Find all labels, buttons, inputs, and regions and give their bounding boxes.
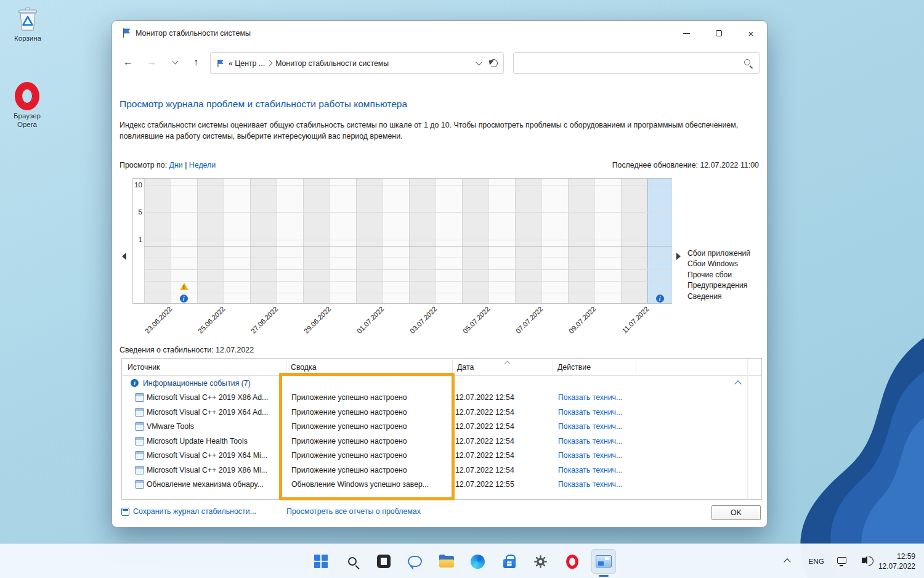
forward-button[interactable]: → [142, 53, 161, 71]
table-row[interactable]: Microsoft Update Health ToolsПриложение … [122, 434, 761, 449]
taskbar-active-app-button[interactable] [591, 549, 616, 574]
opera-icon [566, 555, 578, 569]
chart-x-label: 23.06.2022 [133, 305, 173, 345]
action-link[interactable]: Показать технич... [558, 437, 622, 446]
chart-x-label: 07.07.2022 [504, 305, 544, 345]
chart-scroll-right-button[interactable] [676, 253, 681, 260]
maximize-button[interactable] [705, 21, 733, 46]
application-icon [135, 437, 144, 446]
info-marker-icon[interactable]: i [656, 295, 664, 303]
history-dropdown-icon[interactable] [165, 53, 185, 71]
active-app-icon [596, 555, 612, 568]
taskbar-search-button[interactable] [340, 549, 365, 574]
network-icon[interactable] [837, 557, 846, 564]
chart-plot[interactable]: ii [144, 179, 672, 303]
desktop-icon-recycle-bin[interactable]: Корзина [4, 4, 52, 43]
taskbar-edge-button[interactable] [466, 549, 490, 574]
search-icon[interactable] [744, 59, 750, 65]
warning-marker-icon[interactable] [180, 283, 188, 290]
stability-chart[interactable]: 1051 ii [132, 178, 672, 304]
chart-legend-item: Сведения [687, 291, 750, 302]
refresh-icon[interactable] [490, 59, 498, 67]
minimize-button[interactable] [672, 21, 700, 46]
close-button[interactable]: × [737, 21, 765, 46]
table-row[interactable]: Microsoft Visual C++ 2019 X64 Mi...Прило… [122, 449, 761, 463]
application-icon [135, 408, 144, 417]
store-icon [503, 559, 516, 568]
breadcrumb[interactable]: « Центр ... Монитор стабильности системы [210, 52, 504, 74]
info-marker-icon[interactable]: i [180, 295, 188, 303]
tray-time: 12:59 [878, 552, 915, 561]
cell-date: 12.07.2022 12:55 [455, 480, 514, 489]
back-button[interactable]: ← [118, 53, 138, 71]
table-row[interactable]: Обновление механизма обнару...Обновление… [122, 478, 761, 492]
language-indicator[interactable]: ENG [808, 557, 824, 566]
chart-scroll-left-button[interactable] [122, 253, 126, 260]
cell-source: Microsoft Visual C++ 2019 X86 Mi... [147, 466, 267, 474]
taskbar-settings-button[interactable] [529, 549, 553, 574]
group-row-informational-events[interactable]: i Информационные события (7) [122, 376, 761, 391]
save-icon [121, 508, 129, 516]
action-link[interactable]: Показать технич... [558, 393, 622, 402]
cell-date: 12.07.2022 12:54 [455, 466, 514, 474]
action-link[interactable]: Показать технич... [558, 466, 622, 474]
table-row[interactable]: Microsoft Visual C++ 2019 X86 Mi...Прило… [122, 463, 761, 478]
chart-legend-item: Сбои приложений [687, 248, 750, 259]
chart-x-label: 11.07.2022 [610, 305, 650, 345]
column-header[interactable]: Источник [128, 363, 160, 372]
cell-summary: Обновление Windows успешно завер... [291, 480, 429, 489]
chart-y-tick: 10 [133, 181, 142, 189]
table-row[interactable]: VMware ToolsПриложение успешно настроено… [122, 420, 761, 434]
cell-source: Обновление механизма обнару... [147, 480, 264, 489]
view-weeks-link[interactable]: Недели [189, 161, 216, 169]
chart-x-label: 29.06.2022 [292, 305, 332, 345]
view-all-reports-link[interactable]: Просмотреть все отчеты о проблемах [286, 507, 421, 516]
column-header[interactable]: Действие [557, 363, 591, 372]
settings-gear-icon [533, 555, 548, 569]
action-link[interactable]: Показать технич... [558, 422, 622, 431]
column-header[interactable]: Дата [457, 363, 474, 372]
breadcrumb-current[interactable]: Монитор стабильности системы [275, 59, 389, 68]
clock[interactable]: 12:59 12.07.2022 [878, 552, 915, 571]
taskbar-chat-button[interactable] [403, 549, 428, 574]
application-icon [135, 466, 144, 474]
chart-legend-item: Сбои Windows [687, 259, 750, 269]
window-title: Монитор стабильности системы [136, 29, 251, 38]
taskbar-explorer-button[interactable] [434, 549, 459, 574]
view-days-link[interactable]: Дни [169, 161, 183, 169]
wallpaper-bloom [766, 338, 924, 578]
table-header: ИсточникСводкаДатаДействие [122, 359, 761, 376]
up-button[interactable]: ↑ [186, 53, 206, 71]
title-bar[interactable]: Монитор стабильности системы × [112, 21, 767, 46]
volume-icon[interactable] [862, 558, 865, 563]
reliability-monitor-window: Монитор стабильности системы × ← → ↑ « Ц… [111, 20, 768, 527]
chart-y-tick: 5 [133, 208, 142, 216]
taskbar-store-button[interactable] [497, 549, 522, 574]
page-description: Индекс стабильности системы оценивает об… [120, 120, 761, 142]
cell-source: VMware Tools [147, 422, 194, 431]
chart-x-label: 01.07.2022 [345, 305, 385, 345]
info-icon: i [131, 379, 139, 387]
group-label: Информационные события (7) [143, 379, 251, 388]
chart-x-label: 05.07.2022 [451, 305, 491, 345]
ok-button[interactable]: OK [711, 505, 761, 520]
chart-legend: Сбои приложенийСбои WindowsПрочие сбоиПр… [687, 248, 750, 302]
collapse-group-icon[interactable] [734, 380, 741, 387]
desktop-icon-label: Браузер Opera [3, 112, 51, 129]
folder-icon [439, 556, 454, 568]
table-row[interactable]: Microsoft Visual C++ 2019 X64 Ad...Прило… [122, 405, 761, 420]
breadcrumb-collapsed[interactable]: « Центр ... [229, 59, 265, 68]
column-header[interactable]: Сводка [291, 363, 317, 372]
action-link[interactable]: Показать технич... [558, 408, 622, 417]
start-button[interactable] [309, 549, 333, 574]
taskbar-opera-button[interactable] [560, 549, 585, 574]
action-link[interactable]: Показать технич... [558, 451, 622, 460]
address-dropdown-icon[interactable] [476, 59, 482, 65]
cell-date: 12.07.2022 12:54 [455, 393, 514, 402]
save-report-link[interactable]: Сохранить журнал стабильности... [133, 507, 256, 516]
taskbar-notepad-button[interactable] [371, 549, 396, 574]
desktop-icon-opera[interactable]: Браузер Opera [3, 81, 51, 129]
table-row[interactable]: Microsoft Visual C++ 2019 X86 Ad...Прило… [122, 391, 761, 405]
action-link[interactable]: Показать технич... [558, 480, 622, 489]
search-input[interactable] [514, 53, 759, 73]
